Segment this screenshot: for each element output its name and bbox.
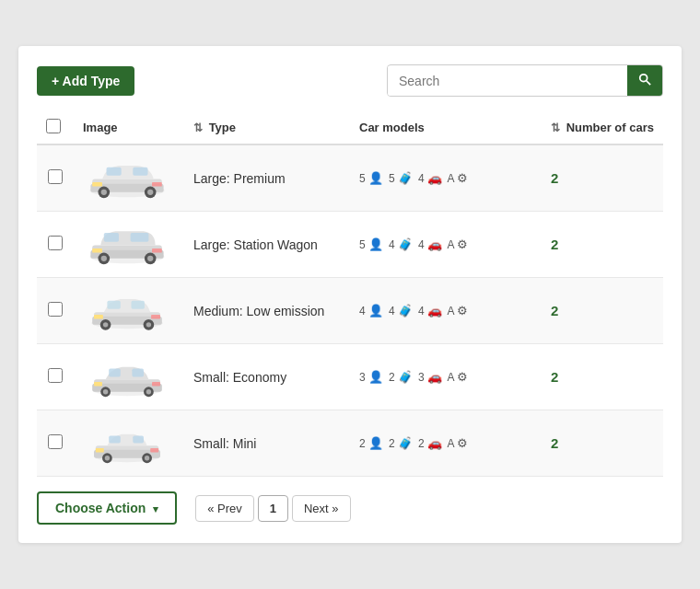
- car-image: [86, 421, 169, 467]
- row-type-label: Small: Economy: [193, 370, 286, 385]
- row-type-cell: Small: Mini: [184, 410, 350, 477]
- row-count-value: 2: [551, 170, 558, 186]
- svg-rect-22: [92, 248, 102, 253]
- svg-rect-56: [150, 447, 158, 452]
- row-type-label: Small: Mini: [193, 436, 256, 451]
- row-models-cell: 5👤 5🧳 4🚗 A⚙: [350, 144, 542, 212]
- svg-point-41: [146, 389, 150, 394]
- pagination: « Prev 1 Next »: [195, 495, 350, 522]
- header-count[interactable]: ⇅ Number of cars: [542, 111, 663, 144]
- row-image-cell: [74, 278, 184, 344]
- svg-rect-44: [94, 381, 102, 386]
- svg-point-39: [102, 389, 107, 394]
- main-container: + Add Type Image ⇅ Ty: [18, 46, 682, 543]
- sort-count-icon: ⇅: [551, 121, 560, 134]
- car-image: [86, 288, 169, 334]
- row-check-cell: [37, 144, 74, 212]
- svg-rect-10: [133, 167, 147, 175]
- table-row: Small: Economy 3👤 2🧳 3🚗 A⚙ 2: [37, 344, 663, 410]
- search-wrapper: [387, 64, 663, 97]
- row-image-cell: [74, 344, 184, 410]
- add-type-button[interactable]: + Add Type: [37, 66, 134, 96]
- row-type-label: Medium: Low emission: [193, 304, 324, 318]
- row-type-cell: Small: Economy: [184, 344, 350, 410]
- row-checkbox-1[interactable]: [48, 169, 63, 184]
- svg-point-50: [104, 456, 109, 460]
- row-count-value: 2: [551, 303, 558, 318]
- svg-point-52: [144, 456, 148, 460]
- row-count-value: 2: [551, 369, 558, 385]
- row-count-value: 2: [551, 435, 558, 451]
- table-row: Medium: Low emission 4👤 4🧳 4🚗 A⚙ 2: [37, 278, 663, 344]
- svg-point-19: [147, 255, 153, 260]
- select-all-checkbox[interactable]: [46, 119, 61, 133]
- svg-rect-55: [95, 447, 103, 452]
- svg-rect-54: [133, 435, 144, 443]
- next-page-button[interactable]: Next »: [292, 495, 351, 522]
- row-models-cell: 5👤 4🧳 4🚗 A⚙: [350, 212, 542, 278]
- row-count-cell: 2: [542, 212, 663, 278]
- svg-point-30: [146, 322, 150, 327]
- svg-rect-53: [109, 435, 121, 443]
- svg-rect-45: [152, 381, 160, 386]
- row-type-label: Large: Station Wagon: [193, 237, 318, 252]
- table-row: Large: Premium 5👤 5🧳 4🚗 A⚙ 2: [37, 144, 663, 212]
- svg-rect-23: [152, 248, 162, 253]
- svg-rect-43: [132, 368, 144, 376]
- search-icon: [638, 73, 651, 86]
- row-count-cell: 2: [542, 278, 663, 344]
- prev-page-button[interactable]: « Prev: [195, 495, 254, 522]
- row-check-cell: [37, 410, 74, 477]
- row-checkbox-5[interactable]: [48, 434, 63, 449]
- svg-rect-12: [152, 182, 162, 187]
- row-type-label: Large: Premium: [193, 171, 286, 186]
- svg-rect-33: [94, 315, 103, 319]
- row-models-cell: 4👤 4🧳 4🚗 A⚙: [350, 278, 542, 344]
- choose-action-button[interactable]: Choose Action ▾: [37, 491, 177, 525]
- row-image-cell: [74, 212, 184, 278]
- row-type-cell: Large: Premium: [184, 144, 350, 212]
- header-type[interactable]: ⇅ Type: [184, 111, 350, 144]
- svg-rect-31: [107, 300, 120, 308]
- row-image-cell: [74, 144, 184, 212]
- header-image: Image: [74, 111, 184, 144]
- table-row: Large: Station Wagon 5👤 4🧳 4🚗 A⚙ 2: [37, 212, 663, 278]
- row-checkbox-3[interactable]: [48, 302, 63, 317]
- row-type-cell: Large: Station Wagon: [184, 212, 350, 278]
- row-count-value: 2: [551, 237, 558, 252]
- svg-point-8: [147, 189, 153, 194]
- car-image: [86, 156, 169, 202]
- row-count-cell: 2: [542, 344, 663, 410]
- car-image: [86, 354, 169, 400]
- row-checkbox-2[interactable]: [48, 236, 63, 250]
- toolbar: + Add Type: [37, 64, 663, 97]
- current-page-button[interactable]: 1: [258, 495, 288, 522]
- row-models-cell: 2👤 2🧳 2🚗 A⚙: [350, 410, 542, 477]
- svg-rect-9: [106, 167, 121, 175]
- header-check: [37, 111, 74, 144]
- dropdown-arrow-icon: ▾: [153, 503, 158, 514]
- row-check-cell: [37, 278, 74, 344]
- row-image-cell: [74, 410, 184, 477]
- search-button[interactable]: [627, 65, 662, 96]
- svg-rect-42: [109, 368, 121, 376]
- row-check-cell: [37, 212, 74, 278]
- sort-type-icon: ⇅: [193, 121, 203, 134]
- svg-rect-34: [151, 315, 160, 319]
- svg-rect-32: [131, 300, 144, 308]
- svg-rect-21: [130, 232, 148, 241]
- car-image: [86, 222, 169, 268]
- action-label: Choose Action: [55, 501, 146, 515]
- svg-rect-11: [92, 182, 102, 187]
- row-checkbox-4[interactable]: [48, 368, 63, 383]
- search-input[interactable]: [388, 66, 627, 96]
- svg-point-17: [100, 255, 106, 260]
- header-models: Car models: [350, 111, 542, 144]
- table-row: Small: Mini 2👤 2🧳 2🚗 A⚙ 2: [37, 410, 663, 477]
- row-count-cell: 2: [542, 144, 663, 212]
- row-models-cell: 3👤 2🧳 3🚗 A⚙: [350, 344, 542, 410]
- svg-point-0: [640, 75, 648, 82]
- row-type-cell: Medium: Low emission: [184, 278, 350, 344]
- car-table: Image ⇅ Type Car models ⇅ Number of cars: [37, 111, 663, 477]
- svg-line-1: [647, 81, 650, 85]
